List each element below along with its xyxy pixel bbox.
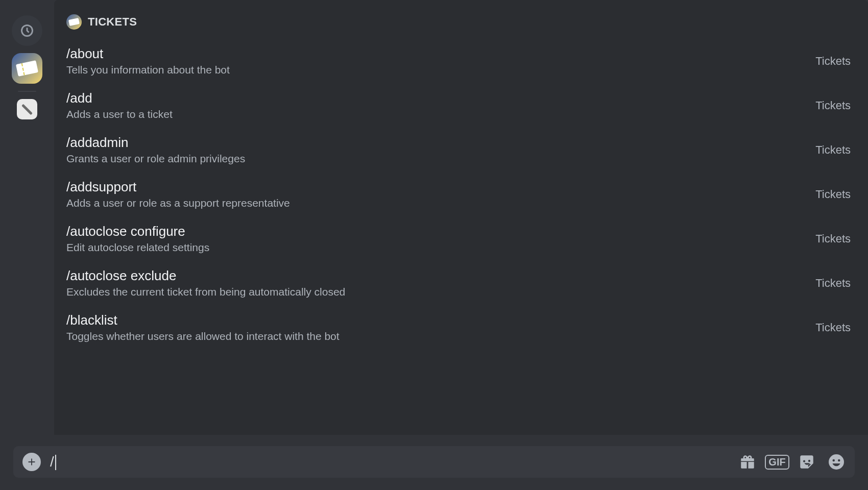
gif-button[interactable]: GIF: [768, 453, 786, 471]
tickets-header-icon: [66, 14, 82, 30]
gift-button[interactable]: [738, 453, 757, 471]
command-description: Grants a user or role admin privileges: [66, 153, 245, 165]
command-item-about[interactable]: /about Tells you information about the b…: [54, 39, 868, 83]
command-name: /autoclose exclude: [66, 268, 345, 284]
emoji-button[interactable]: [827, 453, 846, 471]
svg-point-3: [838, 459, 840, 462]
command-item-add[interactable]: /add Adds a user to a ticket Tickets: [54, 83, 868, 128]
popup-header-title: TICKETS: [88, 15, 137, 29]
svg-point-2: [833, 459, 835, 462]
command-item-addadmin[interactable]: /addadmin Grants a user or role admin pr…: [54, 128, 868, 172]
clock-icon: [20, 23, 34, 38]
message-input-bar: / GIF: [13, 446, 855, 478]
builtin-source-button[interactable]: [17, 99, 37, 119]
tickets-source-button[interactable]: [12, 53, 42, 84]
popup-header: TICKETS: [54, 0, 868, 39]
command-autocomplete-popup: TICKETS /about Tells you information abo…: [54, 0, 868, 435]
command-name: /addsupport: [66, 179, 290, 195]
command-item-autoclose-configure[interactable]: /autoclose configure Edit autoclose rela…: [54, 216, 868, 261]
svg-point-1: [829, 454, 844, 470]
command-item-addsupport[interactable]: /addsupport Adds a user or role as a sup…: [54, 172, 868, 216]
command-description: Toggles whether users are allowed to int…: [66, 330, 340, 342]
command-source-label: Tickets: [815, 55, 851, 68]
plus-icon: [26, 456, 37, 468]
command-name: /autoclose configure: [66, 224, 209, 239]
ticket-icon: [16, 60, 38, 77]
command-source-rail: [0, 0, 54, 490]
sticker-icon: [798, 453, 815, 471]
command-description: Adds a user or role as a support represe…: [66, 197, 290, 209]
command-name: /addadmin: [66, 135, 245, 151]
command-description: Tells you information about the bot: [66, 64, 230, 76]
command-name: /about: [66, 46, 230, 62]
command-name: /add: [66, 90, 173, 106]
history-button[interactable]: [12, 15, 42, 46]
command-source-label: Tickets: [815, 232, 851, 246]
command-source-label: Tickets: [815, 321, 851, 334]
command-source-label: Tickets: [815, 143, 851, 157]
gif-icon: GIF: [765, 455, 789, 470]
command-name: /blacklist: [66, 312, 340, 328]
attachment-button[interactable]: [22, 453, 41, 471]
command-description: Adds a user to a ticket: [66, 108, 173, 120]
command-source-label: Tickets: [815, 188, 851, 201]
command-source-label: Tickets: [815, 99, 851, 112]
command-description: Excludes the current ticket from being a…: [66, 286, 345, 298]
message-input[interactable]: /: [50, 454, 729, 471]
input-value: /: [50, 454, 54, 470]
smile-icon: [827, 453, 846, 471]
sticker-button[interactable]: [798, 453, 816, 471]
gift-icon: [739, 453, 756, 471]
text-caret: [55, 455, 56, 470]
command-source-label: Tickets: [815, 277, 851, 290]
rail-divider: [18, 91, 36, 92]
input-actions: GIF: [738, 453, 846, 471]
command-item-blacklist[interactable]: /blacklist Toggles whether users are all…: [54, 305, 868, 350]
command-description: Edit autoclose related settings: [66, 241, 209, 254]
command-item-autoclose-exclude[interactable]: /autoclose exclude Excludes the current …: [54, 261, 868, 305]
